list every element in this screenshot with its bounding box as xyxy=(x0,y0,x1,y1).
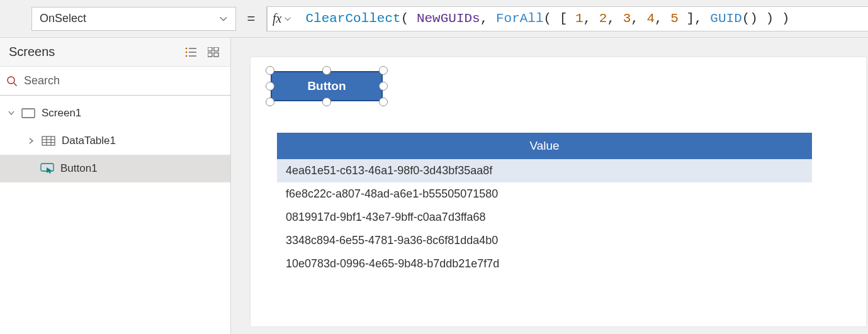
property-dropdown-label: OnSelect xyxy=(40,12,86,25)
resize-handle[interactable] xyxy=(379,66,388,75)
resize-handle[interactable] xyxy=(266,82,274,91)
fx-button[interactable]: fx xyxy=(267,7,299,31)
chevron-down-icon xyxy=(284,15,291,23)
table-row[interactable]: 10e0783d-0996-4e65-9b48-b7ddb21e7f7d xyxy=(277,252,812,276)
formula-token: GUID xyxy=(710,11,741,26)
resize-handle[interactable] xyxy=(266,97,274,106)
svg-point-2 xyxy=(186,51,188,53)
formula-editor[interactable]: fx ClearCollect( NewGUIDs, ForAll( [ 1, … xyxy=(266,6,868,31)
svg-rect-8 xyxy=(208,53,212,57)
formula-token: 1 xyxy=(575,11,583,26)
tree-item-screen1[interactable]: Screen1 xyxy=(0,99,230,127)
svg-rect-13 xyxy=(42,136,55,145)
table-row[interactable]: f6e8c22c-a807-48ad-a6e1-b55505071580 xyxy=(277,182,812,206)
collapse-icon[interactable] xyxy=(8,110,15,116)
formula-bar: OnSelect = fx ClearCollect( NewGUIDs, Fo… xyxy=(0,0,868,38)
resize-handle[interactable] xyxy=(379,97,388,106)
datatable-icon xyxy=(42,136,55,146)
formula-token: , xyxy=(655,11,670,26)
svg-rect-7 xyxy=(214,47,218,51)
svg-point-0 xyxy=(186,47,188,49)
formula-token: ( [ xyxy=(544,11,575,26)
formula-token: ], xyxy=(679,11,710,26)
tree-search-box[interactable] xyxy=(0,67,230,96)
tree-list-view-icon[interactable] xyxy=(185,47,198,57)
tree-view-header: Screens xyxy=(0,38,230,67)
svg-point-4 xyxy=(186,55,188,57)
svg-line-11 xyxy=(14,83,17,86)
svg-rect-9 xyxy=(214,53,218,57)
svg-point-10 xyxy=(8,77,14,84)
canvas-screen[interactable]: Button Value 4ea61e51-c613-46a1-98f0-3d4… xyxy=(250,57,867,327)
tree-item-label: Button1 xyxy=(60,162,98,175)
tree-view-panel: Screens xyxy=(0,38,231,334)
formula-token: ClearCollect xyxy=(305,11,400,26)
formula-token: 5 xyxy=(670,11,679,26)
formula-token: ( xyxy=(401,11,417,26)
equals-label: = xyxy=(245,11,257,27)
button-control[interactable]: Button xyxy=(271,71,383,101)
table-header[interactable]: Value xyxy=(277,133,812,159)
tree-item-label: Screen1 xyxy=(42,107,81,120)
svg-rect-6 xyxy=(208,47,212,51)
tree-item-datatable1[interactable]: DataTable1 xyxy=(0,127,230,155)
table-row[interactable]: 4ea61e51-c613-46a1-98f0-3d43bf35aa8f xyxy=(277,159,812,182)
resize-handle[interactable] xyxy=(322,66,331,75)
search-input[interactable] xyxy=(24,74,224,87)
property-dropdown[interactable]: OnSelect xyxy=(31,7,236,31)
formula-token: 2 xyxy=(599,11,607,26)
button-control-label: Button xyxy=(307,79,346,93)
tree-view-title: Screens xyxy=(9,45,55,59)
formula-token: ForAll xyxy=(496,11,544,26)
button-icon xyxy=(40,163,54,174)
screen-icon xyxy=(21,108,35,118)
formula-token: 3 xyxy=(623,11,631,26)
svg-rect-12 xyxy=(22,109,35,118)
formula-token: , xyxy=(631,11,646,26)
formula-token: , xyxy=(607,11,623,26)
table-row[interactable]: 0819917d-9bf1-43e7-9bff-c0aa7d3ffa68 xyxy=(277,206,812,229)
data-table-control[interactable]: Value 4ea61e51-c613-46a1-98f0-3d43bf35aa… xyxy=(277,133,812,276)
formula-token: 4 xyxy=(646,11,655,26)
resize-handle[interactable] xyxy=(322,97,331,106)
fx-label: fx xyxy=(273,11,281,26)
selected-control-wrap[interactable]: Button xyxy=(271,71,383,101)
tree-item-button1[interactable]: Button1 xyxy=(0,155,230,182)
formula-token: , xyxy=(480,11,496,26)
chevron-down-icon xyxy=(219,14,228,23)
resize-handle[interactable] xyxy=(379,82,388,91)
thumbnail-view-icon[interactable] xyxy=(208,47,219,57)
canvas-area: Button Value 4ea61e51-c613-46a1-98f0-3d4… xyxy=(231,38,868,334)
formula-token: , xyxy=(583,11,599,26)
resize-handle[interactable] xyxy=(266,66,274,75)
formula-token: () ) ) xyxy=(742,11,790,26)
formula-token: NewGUIDs xyxy=(417,11,480,26)
tree: Screen1 DataTable1 xyxy=(0,96,230,182)
expand-icon[interactable] xyxy=(28,138,35,144)
table-row[interactable]: 3348c894-6e55-4781-9a36-8c6f81dda4b0 xyxy=(277,229,812,252)
tree-item-label: DataTable1 xyxy=(62,135,116,147)
search-icon xyxy=(6,75,18,87)
